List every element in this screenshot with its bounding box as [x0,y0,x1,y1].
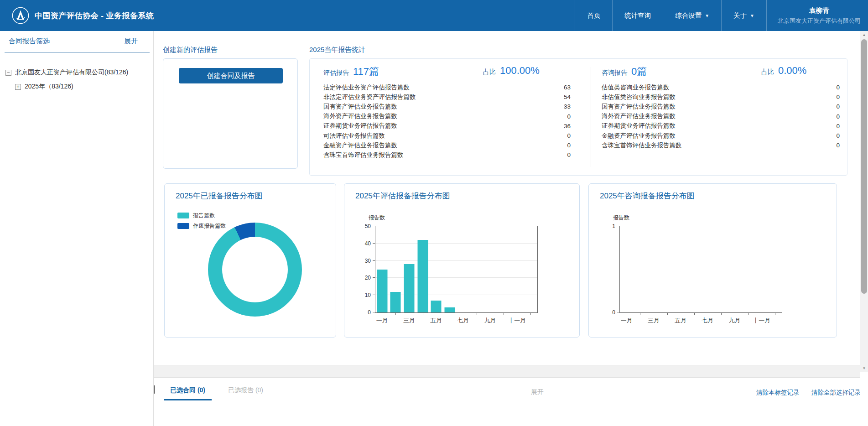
nav-item-settings[interactable]: 综合设置 ▼ [663,0,721,31]
stat-value: 0 [567,113,571,120]
tree-node-label: 北京国友大正资产评估有限公司(83/126) [15,68,128,77]
clear-tab-records-link[interactable]: 清除本标签记录 [756,389,800,397]
stat-label: 金融资产评估业务报告篇数 [602,132,676,140]
y-tick-mark [373,226,375,226]
tree-collapse-icon[interactable]: − [5,70,11,76]
stats-row: 含珠宝首饰评估业务报告篇数0 [602,140,840,150]
stat-label: 国有资产评估业务报告篇数 [602,103,676,111]
create-report-card: 创建合同及报告 [163,58,298,169]
x-tick-label: 一月 [376,317,388,325]
y-tick-label: 50 [365,223,371,229]
sidebar-expand-button[interactable]: 展开 [124,37,138,46]
chart-title: 2025年咨询报备报告分布图 [600,191,695,201]
clear-all-selection-link[interactable]: 清除全部选择记录 [811,389,861,397]
tree-node-year[interactable]: + 2025年（83/126) [5,82,151,91]
y-tick-mark [373,312,375,312]
create-contract-report-button[interactable]: 创建合同及报告 [179,68,283,83]
brand: 中国资产评估协会 - 业务报备系统 [0,7,154,24]
nav-item-about[interactable]: 关于 ▼ [721,0,766,31]
stats-row: 海外资产评估业务报告篇数0 [602,112,840,121]
legend-item-voided[interactable]: 作废报告篇数 [177,222,226,230]
stats-rows: 法定评估业务资产评估报告篇数63 非法定评估业务资产评估报告篇数54 国有资产评… [323,83,571,160]
stat-value: 54 [564,94,571,100]
stat-value: 0 [567,151,571,158]
appraisal-distribution-card: 2025年评估报备报告分布图 报告数 01020304050一月三月五月七月九月… [344,183,580,338]
stats-row: 证券期货业务评估报告篇数36 [323,121,571,131]
stat-label: 金融资产评估业务报告篇数 [323,141,397,150]
stat-label: 证券期货业务评估报告篇数 [602,122,676,130]
legend-item-reports[interactable]: 报告篇数 [177,212,226,219]
stat-value: 0 [836,103,840,110]
stat-label: 海外资产评估业务报告篇数 [323,112,397,120]
create-section-heading: 创建新的评估报告 [163,46,218,54]
vertical-scrollbar[interactable]: ▲ ▼ [860,31,868,372]
stats-row: 金融资产评估业务报告篇数0 [323,140,571,150]
ratio-value: 0.00% [778,65,806,77]
stats-section-heading: 2025当年报告统计 [309,46,365,54]
bar-chart-appraisal[interactable]: 01020304050一月三月五月七月九月十一月 [375,226,538,313]
y-tick-label: 20 [365,275,371,281]
stat-label: 估值类咨询业务报告篇数 [602,83,670,92]
stat-label: 含珠宝首饰评估业务报告篇数 [602,141,682,150]
donut-chart[interactable] [208,223,302,317]
footer-separator-strip [154,365,860,378]
tab-selected-contracts[interactable]: 已选合同 (0) [164,386,212,400]
sidebar-header: 合同报告筛选 展开 [9,37,138,46]
app-title: 中国资产评估协会 - 业务报备系统 [35,10,154,21]
tree-node-label: 2025年（83/126) [25,83,73,91]
stats-row: 金融资产评估业务报告篇数0 [602,131,840,140]
footer-left-divider [154,385,155,394]
report-type-label: 咨询报告 [602,69,627,77]
stat-value: 0 [567,132,571,139]
y-tick-mark [373,277,375,278]
tree-expand-icon[interactable]: + [15,84,21,90]
report-count: 0篇 [631,65,647,78]
nav-item-settings-label: 综合设置 [675,11,702,20]
y-tick-mark [373,243,375,244]
appraisal-report-panel: 评估报告 117篇 占比 100.00% 法定评估业务资产评估报告篇数63 非法… [323,59,571,175]
consulting-distribution-card: 2025年咨询报备报告分布图 报告数 01一月三月五月七月九月十一月 [588,183,837,338]
stat-label: 海外资产评估业务报告篇数 [602,112,676,120]
year-report-stats-card: 评估报告 117篇 占比 100.00% 法定评估业务资产评估报告篇数63 非法… [309,58,847,176]
y-tick-mark [373,260,375,261]
scroll-down-arrow-icon[interactable]: ▼ [860,364,868,372]
x-tick-label: 三月 [648,317,660,325]
y-tick-label: 1 [612,223,615,229]
nav-item-statistics[interactable]: 统计查询 [612,0,663,31]
scroll-up-arrow-icon[interactable]: ▲ [860,31,868,38]
stat-value: 0 [836,113,840,120]
panel-header: 咨询报告 0篇 [602,65,647,78]
y-tick-label: 0 [612,309,615,316]
stat-value: 36 [564,123,571,130]
stats-row: 司法评估业务报告篇数0 [323,131,571,140]
x-tick-label: 五月 [430,317,442,325]
user-block[interactable]: 袁柳青 北京国友大正资产评估有限公司 [766,0,868,31]
scrollbar-thumb[interactable] [861,39,867,294]
ratio-block: 占比 100.00% [483,65,540,77]
x-tick-label: 九月 [728,317,740,325]
bar-chart-consulting[interactable]: 01一月三月五月七月九月十一月 [619,226,782,313]
chevron-down-icon: ▼ [705,13,709,18]
y-tick-mark [617,226,620,226]
x-tick-label: 一月 [621,317,633,325]
nav-menu: 首页 统计查询 综合设置 ▼ 关于 ▼ 袁柳青 北京国友大正资产评估有限公司 [575,0,868,31]
report-count: 117篇 [353,65,379,78]
sidebar-title: 合同报告筛选 [9,37,50,46]
footer-expand-button[interactable]: 展开 [531,388,544,396]
bar-六月 [444,307,455,312]
stat-value: 63 [564,84,571,91]
ratio-block: 占比 0.00% [761,65,806,77]
tree-node-company[interactable]: − 北京国友大正资产评估有限公司(83/126) [5,68,151,77]
gridline [375,260,537,261]
x-tick-mark [694,312,695,315]
tab-selected-reports[interactable]: 已选报告 (0) [228,386,263,395]
stats-row: 估值类咨询业务报告篇数0 [602,83,840,92]
ratio-label: 占比 [761,68,774,76]
y-tick-label: 30 [365,258,371,264]
stat-label: 含珠宝首饰评估业务报告篇数 [323,151,404,159]
legend-label: 作废报告篇数 [193,222,226,230]
stat-label: 司法评估业务报告篇数 [323,132,385,140]
nav-item-home[interactable]: 首页 [575,0,612,31]
x-tick-label: 九月 [484,317,496,325]
stats-rows: 估值类咨询业务报告篇数0 非估值类咨询业务报告篇数0 国有资产评估业务报告篇数0… [602,83,840,150]
